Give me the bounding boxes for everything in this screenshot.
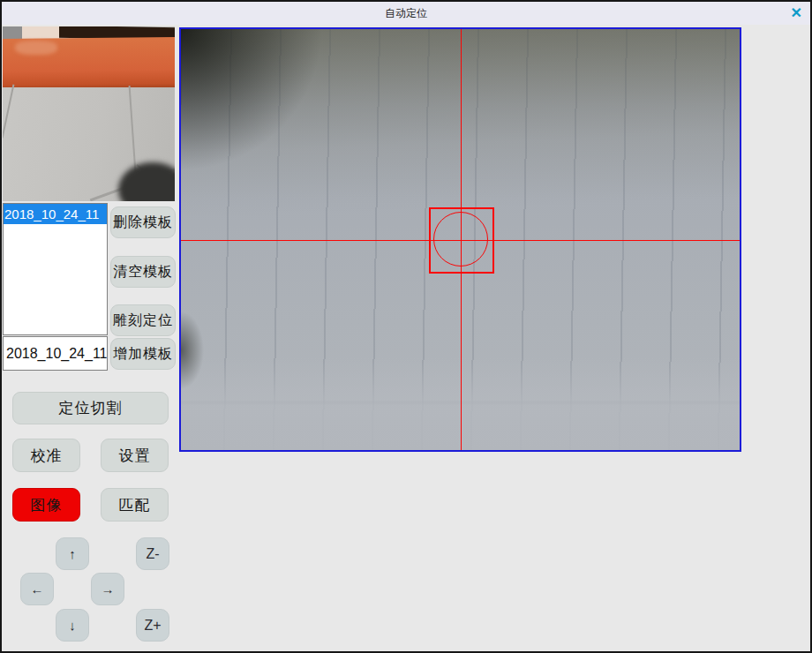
thumb-decor-gray-block <box>3 26 22 40</box>
match-button[interactable]: 匹配 <box>101 488 169 522</box>
jog-left-button[interactable]: ← <box>20 573 54 605</box>
engrave-position-button[interactable]: 雕刻定位 <box>110 304 176 336</box>
jog-z-plus-button[interactable]: Z+ <box>136 609 169 642</box>
auto-position-dialog: 自动定位 ✕ 2018_10_24_11 删除模板 清空模板 雕刻定位 增加模板… <box>0 0 812 653</box>
page-title: 自动定位 <box>2 2 810 25</box>
thumb-decor-beam-patch <box>15 41 57 55</box>
add-template-button[interactable]: 增加模板 <box>110 338 176 370</box>
calibrate-button[interactable]: 校准 <box>12 439 80 472</box>
target-roi-circle <box>433 212 488 266</box>
template-list-item[interactable]: 2018_10_24_11 <box>4 204 107 224</box>
template-list[interactable]: 2018_10_24_11 <box>3 203 108 335</box>
position-cut-button[interactable]: 定位切割 <box>12 392 169 424</box>
title-bar: 自动定位 ✕ <box>2 2 810 25</box>
camera-thumbnail <box>3 26 175 201</box>
close-icon[interactable]: ✕ <box>791 4 802 23</box>
camera-view[interactable] <box>179 27 741 452</box>
settings-button[interactable]: 设置 <box>101 439 169 472</box>
jog-up-button[interactable]: ↑ <box>56 537 89 570</box>
delete-template-button[interactable]: 删除模板 <box>110 206 176 238</box>
thumb-decor-tiles <box>3 87 175 201</box>
jog-z-minus-button[interactable]: Z- <box>136 537 169 570</box>
thumb-decor-dark-blob <box>118 162 175 201</box>
template-name-input[interactable] <box>3 336 108 371</box>
jog-right-button[interactable]: → <box>91 573 124 605</box>
jog-down-button[interactable]: ↓ <box>56 609 89 642</box>
image-button-active[interactable]: 图像 <box>12 488 80 522</box>
clear-templates-button[interactable]: 清空模板 <box>110 256 176 288</box>
